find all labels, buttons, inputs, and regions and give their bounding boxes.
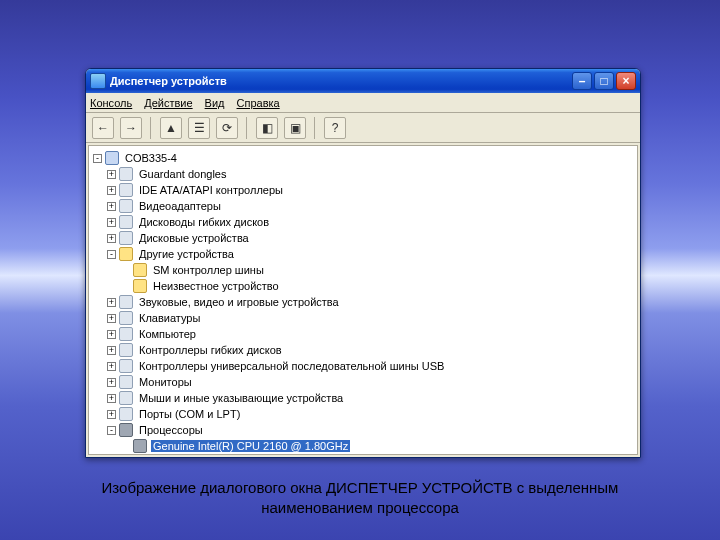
tree-node[interactable]: -COB335-4	[91, 150, 635, 166]
device-icon	[119, 327, 133, 341]
expand-toggle[interactable]: -	[93, 154, 102, 163]
expand-toggle[interactable]: +	[107, 362, 116, 371]
menu-action[interactable]: Действие	[144, 97, 192, 109]
device-icon	[119, 391, 133, 405]
tree-label: Порты (COM и LPT)	[137, 408, 242, 420]
device-icon	[119, 375, 133, 389]
forward-button[interactable]: →	[120, 117, 142, 139]
device-icon	[133, 263, 147, 277]
minimize-button[interactable]: –	[572, 72, 592, 90]
device-icon	[119, 343, 133, 357]
expand-toggle[interactable]: +	[107, 330, 116, 339]
device-icon	[119, 231, 133, 245]
tree-node[interactable]: +Контроллеры гибких дисков	[91, 342, 635, 358]
tree-node[interactable]: Genuine Intel(R) CPU 2160 @ 1.80GHz	[91, 438, 635, 454]
tree-label: Дисковые устройства	[137, 232, 251, 244]
tree-label: Мониторы	[137, 376, 194, 388]
toolbar: ← → ▲ ☰ ⟳ ◧ ▣ ?	[86, 113, 640, 143]
device-icon	[119, 359, 133, 373]
expand-toggle[interactable]: +	[107, 378, 116, 387]
tree-label: Неизвестное устройство	[151, 280, 281, 292]
tree-node[interactable]: +Компьютер	[91, 326, 635, 342]
tree-label: Клавиатуры	[137, 312, 202, 324]
device-icon	[119, 199, 133, 213]
app-icon	[90, 73, 106, 89]
device-manager-window: Диспетчер устройств – □ × Консоль Действ…	[85, 68, 641, 458]
tree-label: Другие устройства	[137, 248, 236, 260]
device-icon	[119, 407, 133, 421]
tree-label: Компьютер	[137, 328, 198, 340]
expand-toggle[interactable]: -	[107, 250, 116, 259]
expand-toggle[interactable]: +	[107, 186, 116, 195]
expand-toggle[interactable]: +	[107, 298, 116, 307]
tree-label: Контроллеры гибких дисков	[137, 344, 284, 356]
expand-toggle[interactable]: +	[107, 202, 116, 211]
expand-toggle[interactable]: -	[107, 426, 116, 435]
slide-caption: Изображение диалогового окна ДИСПЕТЧЕР У…	[0, 478, 720, 519]
tree-node[interactable]: +Guardant dongles	[91, 166, 635, 182]
device-icon	[133, 439, 147, 453]
tree-label: Процессоры	[137, 424, 205, 436]
tree-node[interactable]: +Мониторы	[91, 374, 635, 390]
device-icon	[119, 423, 133, 437]
tree-label: Видеоадаптеры	[137, 200, 223, 212]
expand-toggle[interactable]: +	[107, 218, 116, 227]
device-icon	[105, 151, 119, 165]
device-icon	[119, 295, 133, 309]
tree-node[interactable]: +IDE ATA/ATAPI контроллеры	[91, 182, 635, 198]
title-bar[interactable]: Диспетчер устройств – □ ×	[86, 69, 640, 93]
scan-button[interactable]: ▣	[284, 117, 306, 139]
maximize-button[interactable]: □	[594, 72, 614, 90]
device-icon	[119, 183, 133, 197]
menu-console[interactable]: Консоль	[90, 97, 132, 109]
tree-node[interactable]: +Видеоадаптеры	[91, 198, 635, 214]
tree-label: COB335-4	[123, 152, 179, 164]
tree-label: Звуковые, видео и игровые устройства	[137, 296, 341, 308]
tree-label: IDE ATA/ATAPI контроллеры	[137, 184, 285, 196]
tree-node[interactable]: +Звуковые, видео и игровые устройства	[91, 294, 635, 310]
menu-bar: Консоль Действие Вид Справка	[86, 93, 640, 113]
tree-label: Genuine Intel(R) CPU 2160 @ 1.80GHz	[151, 440, 350, 452]
device-icon	[119, 311, 133, 325]
tree-label: Контроллеры универсальной последовательн…	[137, 360, 446, 372]
tree-node[interactable]: Неизвестное устройство	[91, 278, 635, 294]
tree-node[interactable]: +Мыши и иные указывающие устройства	[91, 390, 635, 406]
menu-view[interactable]: Вид	[205, 97, 225, 109]
tree-node[interactable]: -Процессоры	[91, 422, 635, 438]
tree-node[interactable]: +Дисковые устройства	[91, 230, 635, 246]
back-button[interactable]: ←	[92, 117, 114, 139]
device-icon	[119, 215, 133, 229]
tree-node[interactable]: Genuine Intel(R) CPU 2160 @ 1.80GHz	[91, 454, 635, 455]
tree-node[interactable]: +Дисководы гибких дисков	[91, 214, 635, 230]
help-button[interactable]: ?	[324, 117, 346, 139]
device-icon	[119, 247, 133, 261]
expand-toggle[interactable]: +	[107, 410, 116, 419]
tree-node[interactable]: +Контроллеры универсальной последователь…	[91, 358, 635, 374]
device-icon	[119, 167, 133, 181]
expand-toggle[interactable]: +	[107, 394, 116, 403]
tree-node[interactable]: SM контроллер шины	[91, 262, 635, 278]
device-icon	[133, 279, 147, 293]
expand-toggle[interactable]: +	[107, 314, 116, 323]
properties-button[interactable]: ☰	[188, 117, 210, 139]
caption-line-1: Изображение диалогового окна ДИСПЕТЧЕР У…	[0, 478, 720, 498]
caption-line-2: наименованием процессора	[0, 498, 720, 518]
refresh-button[interactable]: ⟳	[216, 117, 238, 139]
expand-toggle[interactable]: +	[107, 346, 116, 355]
device-tree[interactable]: -COB335-4+Guardant dongles+IDE ATA/ATAPI…	[88, 145, 638, 455]
tree-node[interactable]: +Клавиатуры	[91, 310, 635, 326]
tree-label: SM контроллер шины	[151, 264, 266, 276]
view-button[interactable]: ◧	[256, 117, 278, 139]
menu-help[interactable]: Справка	[237, 97, 280, 109]
tree-label: Guardant dongles	[137, 168, 228, 180]
expand-toggle[interactable]: +	[107, 234, 116, 243]
tree-node[interactable]: +Порты (COM и LPT)	[91, 406, 635, 422]
expand-toggle[interactable]: +	[107, 170, 116, 179]
up-button[interactable]: ▲	[160, 117, 182, 139]
tree-label: Дисководы гибких дисков	[137, 216, 271, 228]
tree-node[interactable]: -Другие устройства	[91, 246, 635, 262]
window-title: Диспетчер устройств	[110, 75, 227, 87]
tree-label: Мыши и иные указывающие устройства	[137, 392, 345, 404]
close-button[interactable]: ×	[616, 72, 636, 90]
